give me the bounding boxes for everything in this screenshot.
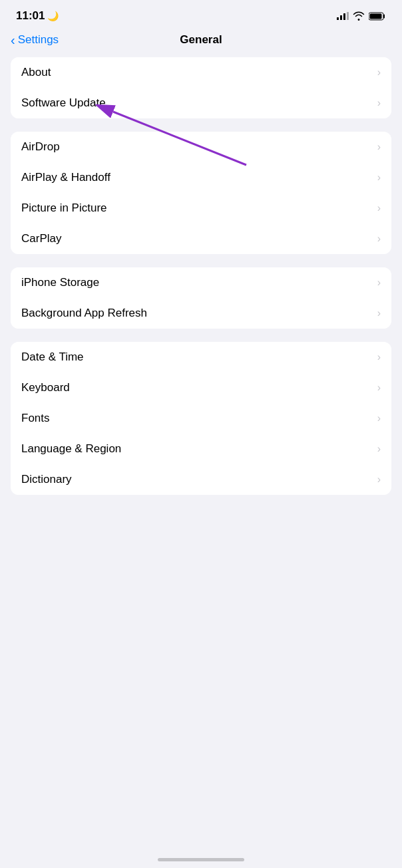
chevron-icon-software-update: › — [377, 97, 381, 109]
settings-label-dictionary: Dictionary — [21, 473, 72, 486]
settings-label-carplay: CarPlay — [21, 232, 61, 245]
back-label: Settings — [18, 33, 59, 47]
chevron-icon-language-region: › — [377, 443, 381, 455]
settings-group-group2: AirDrop›AirPlay & Handoff›Picture in Pic… — [11, 132, 391, 254]
settings-group-group1: About›Software Update› — [11, 57, 391, 118]
chevron-icon-background-app-refresh: › — [377, 307, 381, 319]
settings-row-iphone-storage[interactable]: iPhone Storage› — [11, 267, 391, 298]
settings-group-group3: iPhone Storage›Background App Refresh› — [11, 267, 391, 329]
settings-label-software-update: Software Update — [21, 96, 106, 110]
nav-bar: ‹ Settings General — [0, 28, 402, 57]
chevron-icon-dictionary: › — [377, 474, 381, 486]
chevron-icon-carplay: › — [377, 233, 381, 245]
back-button[interactable]: ‹ Settings — [11, 33, 59, 47]
settings-row-picture-in-picture[interactable]: Picture in Picture› — [11, 193, 391, 223]
settings-row-carplay[interactable]: CarPlay› — [11, 223, 391, 254]
svg-rect-3 — [347, 12, 349, 20]
settings-label-fonts: Fonts — [21, 412, 50, 425]
settings-row-airplay-handoff[interactable]: AirPlay & Handoff› — [11, 162, 391, 193]
settings-label-date-time: Date & Time — [21, 351, 84, 364]
chevron-icon-picture-in-picture: › — [377, 202, 381, 214]
settings-label-language-region: Language & Region — [21, 442, 121, 456]
settings-row-software-update[interactable]: Software Update› — [11, 88, 391, 118]
settings-row-background-app-refresh[interactable]: Background App Refresh› — [11, 298, 391, 329]
settings-row-date-time[interactable]: Date & Time› — [11, 342, 391, 372]
chevron-icon-date-time: › — [377, 351, 381, 363]
status-time: 11:01 — [16, 9, 45, 23]
settings-row-fonts[interactable]: Fonts› — [11, 403, 391, 434]
back-chevron-icon: ‹ — [11, 33, 15, 47]
chevron-icon-airdrop: › — [377, 141, 381, 153]
settings-row-keyboard[interactable]: Keyboard› — [11, 372, 391, 403]
settings-label-background-app-refresh: Background App Refresh — [21, 307, 147, 320]
signal-icon — [337, 12, 349, 20]
settings-label-iphone-storage: iPhone Storage — [21, 276, 99, 289]
settings-container: About›Software Update›AirDrop›AirPlay & … — [0, 57, 402, 495]
chevron-icon-keyboard: › — [377, 382, 381, 394]
settings-label-keyboard: Keyboard — [21, 381, 70, 394]
moon-icon: 🌙 — [47, 11, 59, 21]
settings-row-airdrop[interactable]: AirDrop› — [11, 132, 391, 162]
settings-group-group4: Date & Time›Keyboard›Fonts›Language & Re… — [11, 342, 391, 495]
settings-label-airplay-handoff: AirPlay & Handoff — [21, 171, 110, 184]
home-indicator — [158, 858, 244, 861]
svg-rect-0 — [337, 17, 339, 20]
chevron-icon-airplay-handoff: › — [377, 172, 381, 184]
settings-row-about[interactable]: About› — [11, 57, 391, 88]
status-bar: 11:01 🌙 — [0, 0, 402, 28]
chevron-icon-fonts: › — [377, 412, 381, 424]
chevron-icon-about: › — [377, 67, 381, 78]
settings-label-airdrop: AirDrop — [21, 140, 60, 154]
svg-rect-1 — [340, 15, 342, 20]
settings-label-picture-in-picture: Picture in Picture — [21, 202, 107, 215]
svg-rect-2 — [343, 13, 345, 20]
settings-row-dictionary[interactable]: Dictionary› — [11, 464, 391, 495]
chevron-icon-iphone-storage: › — [377, 277, 381, 289]
settings-row-language-region[interactable]: Language & Region› — [11, 434, 391, 464]
settings-label-about: About — [21, 66, 51, 79]
status-icons — [337, 11, 386, 21]
svg-rect-5 — [370, 13, 382, 19]
battery-icon — [369, 12, 386, 21]
wifi-icon — [353, 11, 365, 21]
page-title: General — [180, 33, 222, 47]
